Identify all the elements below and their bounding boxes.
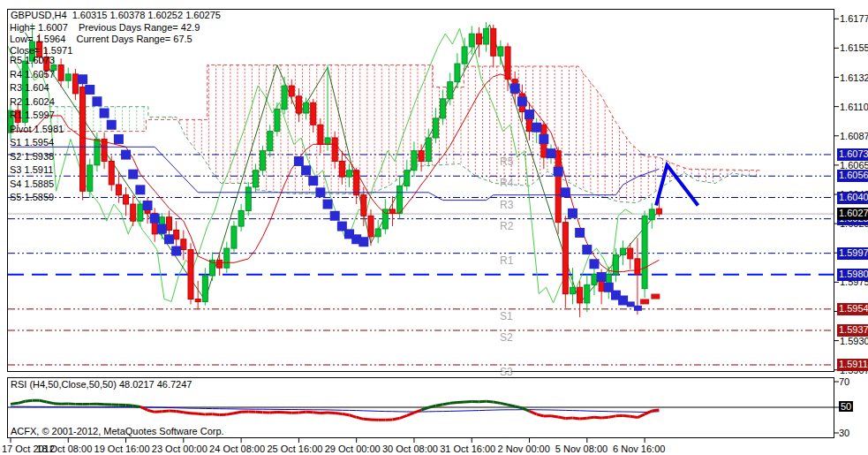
level-tag-S2: S2 [500, 332, 513, 343]
rsi-indicator-label: RSI (H4,50,Close,50,50) 48.0217 46.7247 [11, 379, 192, 390]
pivot-legend-item-S3: S3 1.5911 [10, 164, 53, 175]
signal-square-blue [128, 170, 138, 179]
candle-body [649, 209, 654, 220]
time-tick-label[interactable]: 25 Oct 16:00 [267, 444, 322, 454]
rsi-main-segment [587, 417, 594, 418]
time-tick-label[interactable]: 24 Oct 08:00 [209, 444, 265, 454]
candle-body [562, 223, 568, 294]
rsi-main-segment [184, 413, 191, 413]
candle-body [311, 102, 316, 125]
candle-body [58, 65, 64, 81]
candle-body [131, 204, 136, 221]
rsi-main-segment [580, 418, 587, 419]
rsi-main-segment [565, 418, 572, 419]
signal-square-blue [547, 148, 556, 158]
rsi-main-segment [270, 413, 277, 413]
time-tick-label[interactable]: 30 Oct 08:00 [382, 444, 438, 454]
signal-square-blue [589, 259, 599, 269]
time-tick-label[interactable]: 29 Oct 00:00 [325, 444, 381, 454]
signal-square-blue [100, 109, 109, 118]
rsi-main-segment [515, 406, 522, 408]
rsi-main-segment [623, 416, 630, 417]
rsi-main-segment [234, 412, 241, 413]
rsi-main-segment [457, 402, 464, 403]
time-tick-label[interactable]: 6 Nov 16:00 [613, 444, 665, 454]
level-tag-R3: R3 [500, 200, 513, 210]
candle-body [404, 171, 410, 186]
signal-square-blue [171, 246, 181, 256]
rsi-main-segment [25, 400, 32, 401]
time-tick-label[interactable]: 31 Oct 16:00 [440, 444, 495, 454]
signal-square-blue [294, 156, 304, 166]
price-tick-label: 1.60875 [840, 131, 868, 142]
pivot-legend-item-R5: R5 1.6073 [10, 55, 55, 65]
time-tick-label[interactable]: 18 Oct 08:00 [36, 444, 92, 454]
rsi-main-segment [162, 411, 169, 412]
signal-square-blue [568, 209, 577, 218]
time-tick-label[interactable]: 2 Nov 00:00 [498, 444, 550, 454]
candle-body [231, 226, 237, 248]
candle-body [109, 161, 114, 184]
rsi-main-segment [652, 410, 659, 411]
candle-body [426, 138, 431, 161]
rsi-pane [8, 400, 834, 420]
price-tick-label: 1.61325 [840, 72, 868, 84]
rsi-main-segment [177, 411, 184, 412]
level-tag-R5: R5 [500, 156, 513, 167]
candle-body [491, 28, 496, 56]
pivot-price-label-1.60566: 1.60566 [837, 170, 868, 182]
candle-body [484, 28, 489, 44]
signal-square-blue-small [634, 306, 642, 311]
candle-body [433, 118, 438, 138]
rsi-main-segment [400, 415, 407, 418]
candle-body [642, 216, 647, 288]
candle-body [87, 165, 93, 191]
candle-body [188, 250, 193, 300]
candle-body [411, 151, 417, 171]
rsi-main-segment [428, 406, 435, 407]
rsi-main-segment [501, 403, 508, 405]
rsi-main-segment [508, 405, 515, 406]
signal-square-red [640, 299, 649, 304]
candle-body [498, 47, 503, 56]
signal-square-blue [359, 237, 368, 246]
signal-square-blue [114, 134, 124, 144]
rsi-main-segment [40, 400, 47, 402]
rsi-main-segment [487, 401, 494, 402]
pivot-price-label-1.59379: 1.59379 [837, 324, 868, 337]
rsi-main-segment [227, 413, 234, 414]
candle-body [167, 217, 172, 231]
signal-square-blue [121, 150, 131, 160]
pivot-price-label-1.59808: 1.59808 [837, 269, 868, 281]
rsi-main-segment [435, 405, 442, 406]
candle-body [260, 151, 266, 171]
candle-body [628, 248, 633, 259]
rsi-main-segment [638, 414, 645, 418]
time-tick-label[interactable]: 19 Oct 16:00 [94, 444, 150, 454]
time-tick-label[interactable]: 5 Nov 08:00 [555, 444, 608, 454]
signal-square-blue [301, 165, 311, 175]
candle-body [275, 110, 280, 132]
rsi-main-segment [414, 410, 421, 413]
time-tick-label[interactable]: 23 Oct 00:00 [152, 444, 208, 454]
pane-separator[interactable] [7, 372, 834, 377]
info-previous-range: High= 1.6007 Previous Days Range= 42.9 [10, 22, 200, 33]
pivot-price-label-1.59543: 1.59543 [837, 303, 868, 315]
rsi-main-segment [335, 413, 342, 414]
candle-body [397, 186, 403, 213]
rsi-main-segment [537, 414, 544, 416]
main-chart-pane [0, 22, 834, 365]
candle-body [462, 47, 467, 64]
rsi-main-segment [392, 418, 399, 420]
rsi-main-segment [54, 404, 61, 405]
candle-body [476, 34, 481, 44]
candle-body [72, 74, 78, 94]
pivot-legend-item-R4: R4 1.6057 [10, 69, 55, 80]
candle-body [217, 260, 223, 268]
rsi-main-segment [47, 402, 54, 404]
candle-body [318, 125, 323, 144]
rsi-main-segment [494, 402, 501, 403]
candle-body [368, 216, 374, 237]
price-tick-label: 1.61775 [840, 13, 868, 25]
rsi-main-segment [357, 417, 364, 419]
